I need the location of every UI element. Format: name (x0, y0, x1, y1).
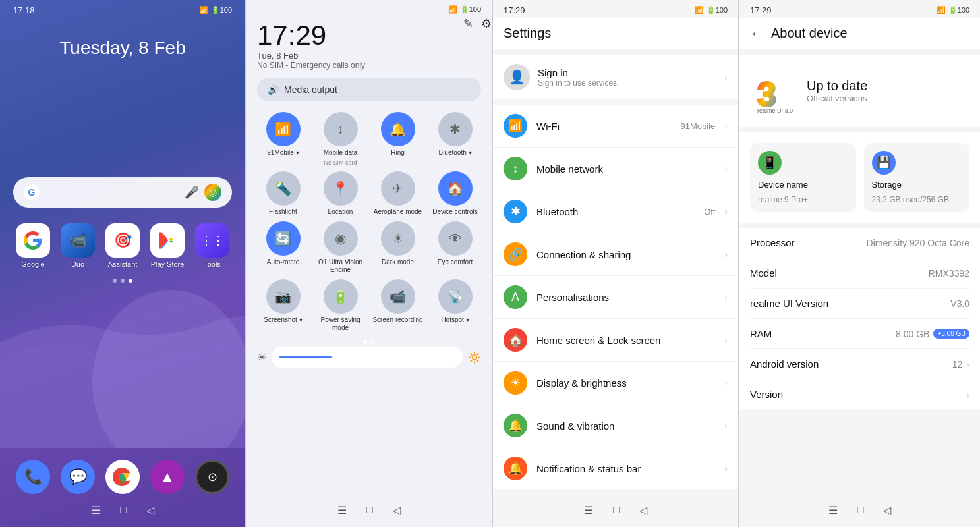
battery-icon: 🔋100 (211, 6, 232, 14)
dock-messages[interactable]: 💬 (61, 460, 95, 494)
qs-powersaving-btn[interactable]: 🔋 (324, 279, 358, 314)
qs-tile-flashlight[interactable]: 🔦 Flashlight (257, 171, 309, 216)
app-playstore[interactable]: Play Store (150, 223, 185, 268)
qs-location-btn[interactable]: 📍 (324, 171, 358, 206)
qs-screenshot-btn[interactable]: 📷 (266, 279, 301, 314)
qs-brightness-row[interactable]: ☀ 🔆 (257, 347, 481, 368)
app-tools[interactable]: ⋮⋮ Tools (195, 223, 229, 268)
qs-screenrec-btn[interactable]: 📹 (381, 279, 415, 314)
home-search-bar[interactable]: G 🎤 ◎ (13, 177, 232, 208)
uiversion-label: realme UI Version (750, 298, 828, 309)
about-nav-menu[interactable]: ☰ (828, 504, 838, 516)
dock-chrome[interactable] (105, 460, 140, 494)
qs-tile-vision[interactable]: ◉ O1 Ultra Vision Engine (314, 221, 366, 274)
qs-tile-autorotate[interactable]: 🔄 Auto-rotate (257, 221, 309, 274)
qs-tile-darkmode[interactable]: ☀ Dark mode (372, 221, 424, 274)
android-value: 12 › (952, 359, 969, 370)
qs-tile-location[interactable]: 📍 Location (314, 171, 366, 216)
mic-icon[interactable]: 🎤 (185, 185, 199, 200)
qs-tile-ring[interactable]: 🔔 Ring (372, 112, 424, 166)
qs-tile-aeroplane[interactable]: ✈ Aeroplane mode (372, 171, 424, 216)
settings-nav-back[interactable]: ◁ (639, 504, 647, 516)
settings-item-homescreen[interactable]: 🏠 Home screen & Lock screen › (493, 319, 738, 362)
qs-tile-device-controls[interactable]: 🏠 Device controls (429, 171, 481, 216)
qs-media-output[interactable]: 🔊 Media output (257, 78, 481, 101)
dot-1 (113, 279, 117, 283)
app-duo-label: Duo (71, 260, 84, 268)
settings-item-bluetooth[interactable]: ✱ Bluetooth Off › (493, 190, 738, 233)
settings-nav-home[interactable]: □ (613, 504, 620, 516)
wifi-icon: 📶 (199, 6, 208, 14)
qs-tile-bluetooth[interactable]: ✱ Bluetooth ▾ (429, 112, 481, 166)
settings-item-connection[interactable]: 🔗 Connection & sharing › (493, 233, 738, 276)
qs-nav-back[interactable]: ◁ (393, 504, 401, 516)
processor-value: Dimensity 920 Octa Core (867, 238, 969, 248)
settings-item-display[interactable]: ☀ Display & brightness › (493, 362, 738, 404)
model-label: Model (750, 267, 777, 279)
dock-camera[interactable]: ⊙ (195, 460, 229, 494)
home-dock: 📞 💬 ▲ ⊙ (0, 460, 245, 494)
qs-date: Tue, 8 Feb (257, 51, 481, 61)
settings-account[interactable]: 👤 Sign in Sign in to use services. › (493, 55, 738, 99)
app-google[interactable]: Google (16, 223, 50, 268)
nav-home[interactable]: □ (120, 504, 127, 516)
settings-item-notification[interactable]: 🔔 Notification & status bar › (493, 447, 738, 489)
dock-phone[interactable]: 📞 (16, 460, 50, 494)
home-waves (0, 264, 245, 448)
qs-vision-btn[interactable]: ◉ (324, 221, 358, 256)
qs-nav-menu[interactable]: ☰ (337, 504, 347, 516)
qs-ring-btn[interactable]: 🔔 (381, 112, 415, 146)
qs-tile-hotspot[interactable]: 📡 Hotspot ▾ (429, 279, 481, 332)
qs-tile-powersaving[interactable]: 🔋 Power saving mode (314, 279, 366, 332)
about-card-storage[interactable]: 💾 Storage 23.2 GB used/256 GB (864, 143, 970, 212)
homescreen-name: Home screen & Lock screen (536, 335, 715, 346)
qs-aeroplane-btn[interactable]: ✈ (381, 171, 415, 206)
ram-value: 8.00 GB +3.00 GB (896, 329, 969, 339)
qs-edit-icon[interactable]: ✎ (463, 16, 473, 31)
about-row-uiversion: realme UI Version V3.0 (750, 289, 969, 319)
qs-tile-screenrec[interactable]: 📹 Screen recording (372, 279, 424, 332)
personalisations-icon: A (504, 285, 527, 309)
settings-wifi-icon: 📶 (695, 6, 704, 14)
app-duo[interactable]: 📹 Duo (61, 223, 95, 268)
settings-item-mobilenet[interactable]: ↕ Mobile network › (493, 148, 738, 190)
qs-tile-eyecomfort[interactable]: 👁 Eye comfort (429, 221, 481, 274)
qs-bluetooth-btn[interactable]: ✱ (438, 112, 473, 146)
qs-settings-icon[interactable]: ⚙ (481, 16, 492, 31)
about-card-devicename[interactable]: 📱 Device name realme 9 Pro+ (750, 143, 856, 212)
qs-media-label: Media output (284, 84, 337, 95)
qs-eyecomfort-btn[interactable]: 👁 (438, 221, 473, 256)
qs-wifi-tile-btn[interactable]: 📶 (266, 112, 301, 146)
settings-item-wifi[interactable]: 📶 Wi-Fi 91Mobile › (493, 105, 738, 148)
settings-item-sound[interactable]: 🔔 Sound & vibration › (493, 404, 738, 447)
qs-devicectrl-btn[interactable]: 🏠 (438, 171, 473, 206)
processor-label: Processor (750, 237, 795, 248)
settings-item-personalisations[interactable]: A Personalisations › (493, 276, 738, 319)
nav-back[interactable]: ◁ (146, 504, 154, 516)
qs-mobiledata-btn[interactable]: ↕ (324, 112, 358, 146)
account-sub: Sign in to use services. (538, 78, 716, 88)
nav-menu[interactable]: ☰ (91, 504, 100, 516)
about-row-android[interactable]: Android version 12 › (750, 349, 969, 379)
about-nav-home[interactable]: □ (857, 504, 864, 516)
about-back-button[interactable]: ← (750, 26, 763, 41)
home-status-icons: 📶 🔋100 (199, 6, 232, 14)
qs-autorotate-btn[interactable]: 🔄 (266, 221, 301, 256)
qs-tile-mobiledata[interactable]: ↕ Mobile data No SIM card (314, 112, 366, 166)
dock-files[interactable]: ▲ (150, 460, 185, 494)
app-assistant[interactable]: 🎯 Assistant (105, 223, 140, 268)
qs-tile-screenshot[interactable]: 📷 Screenshot ▾ (257, 279, 309, 332)
qs-tile-wifi[interactable]: 📶 91Mobile ▾ (257, 112, 309, 166)
qs-flashlight-btn[interactable]: 🔦 (266, 171, 301, 206)
qs-brightness-track[interactable] (272, 347, 463, 368)
about-row-version[interactable]: Version › (750, 379, 969, 409)
qs-darkmode-btn[interactable]: ☀ (381, 221, 415, 256)
qs-nav-home[interactable]: □ (366, 504, 373, 516)
devicename-icon: 📱 (758, 151, 782, 175)
about-header: ← About device (739, 18, 980, 49)
home-date-label: Tuesday, 8 Feb (0, 38, 245, 59)
qs-hotspot-btn[interactable]: 📡 (438, 279, 473, 314)
settings-nav-menu[interactable]: ☰ (584, 504, 593, 516)
about-nav-back[interactable]: ◁ (883, 504, 891, 516)
lens-icon[interactable]: ◎ (204, 184, 221, 201)
